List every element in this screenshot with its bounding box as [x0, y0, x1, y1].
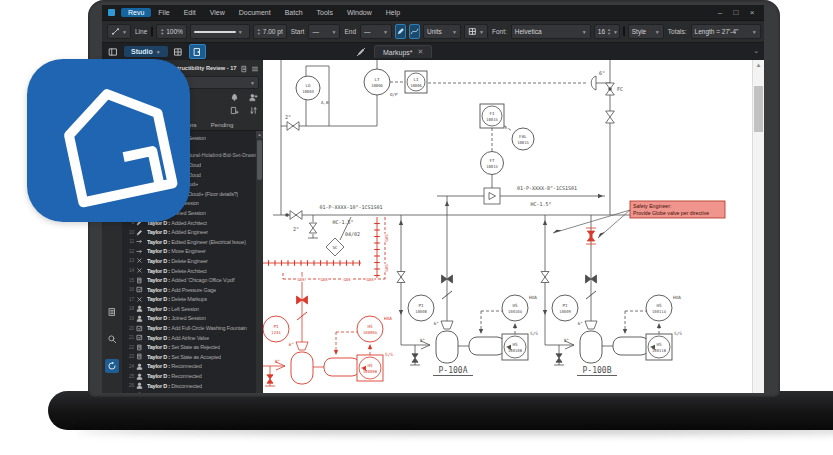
svg-text:HC-1.5": HC-1.5"	[332, 219, 353, 225]
chevron-down-icon: ▼	[238, 29, 243, 35]
canvas-scrollbar[interactable]: ▲	[752, 60, 764, 393]
add-document-icon[interactable]	[225, 106, 239, 116]
leader-select[interactable]: ▼	[464, 24, 488, 39]
svg-text:6": 6"	[289, 342, 294, 347]
notification-row[interactable]: 11Taylor D : Edited Engineer (Electrical…	[122, 237, 263, 247]
notification-row[interactable]: 25Taylor D : Reconnected	[122, 371, 263, 381]
font-size-select[interactable]: 16▲▼▼	[594, 24, 620, 39]
document-tab[interactable]: Markups* ✕	[374, 45, 432, 58]
menu-window[interactable]: Window	[340, 8, 379, 17]
svg-text:HS: HS	[367, 324, 373, 329]
scroll-up-icon[interactable]: ▲	[256, 131, 263, 138]
stepper-arrows[interactable]: ▲▼	[160, 28, 164, 36]
session-settings-icon[interactable]	[251, 59, 259, 77]
pen-tool-button[interactable]	[395, 24, 406, 39]
svg-text:10015: 10015	[486, 164, 498, 169]
notification-row[interactable]: 27Taylor D : Disconnected	[122, 390, 263, 393]
line-start-select[interactable]: —▼	[308, 24, 340, 39]
person-icon	[136, 392, 147, 393]
line-style-select[interactable]: ▼	[190, 24, 250, 39]
session-view-icon[interactable]	[189, 44, 206, 59]
notification-text: Taylor D : Set State as Accepted	[147, 354, 221, 360]
scrollbar-thumb[interactable]	[754, 86, 763, 132]
notification-row[interactable]: 14Taylor D : Delete Architect	[122, 266, 263, 276]
menu-batch[interactable]: Batch	[278, 8, 310, 17]
pid-diagram: SCLG10003LT10006FT10015FAL10015LI10006FI…	[263, 60, 753, 393]
close-button[interactable]: ×	[746, 6, 758, 19]
totals-select[interactable]: Length = 27'-4"▼	[691, 24, 761, 39]
pump-group-P-100B: HS10011AHOAHS10011BS/S8"6"PI10009P-100B	[541, 251, 682, 376]
panel-toggle-icon[interactable]	[105, 45, 120, 58]
notification-row[interactable]: 18Taylor D : Left Session	[122, 304, 263, 314]
tool-select[interactable]: ▼	[107, 24, 131, 39]
stepper-arrows[interactable]: ▲▼	[607, 28, 611, 36]
file-icon[interactable]	[105, 305, 119, 319]
notification-row[interactable]: 10Taylor D : Added Engineer	[122, 227, 263, 237]
line-width-stepper[interactable]: ▲▼7.00 pt	[253, 24, 287, 39]
notification-row[interactable]: 24Taylor D : Reconnected	[122, 362, 263, 372]
notification-row[interactable]: 16Taylor D : Add Pressure Gage	[122, 285, 263, 295]
notification-row[interactable]: 26Taylor D : Disconnected	[122, 381, 263, 391]
font-label: Font:	[491, 28, 508, 35]
stepper-arrows[interactable]: ▲▼	[257, 28, 261, 36]
notification-row[interactable]: 12Taylor D : Move Engineer	[122, 247, 263, 257]
move-icon	[136, 248, 147, 255]
notification-row[interactable]: 21Taylor D : Add Airline Valve	[122, 333, 263, 343]
chevron-down-icon[interactable]: ⌄	[753, 47, 759, 55]
pdf-canvas[interactable]: SCLG10003LT10006FT10015FAL10015LI10006FI…	[263, 60, 764, 393]
svg-text:8": 8"	[275, 359, 280, 364]
search-icon[interactable]	[105, 332, 119, 346]
sort-icon[interactable]	[244, 106, 258, 116]
alert-bell-icon[interactable]	[225, 93, 239, 103]
row-number: 13	[125, 258, 136, 263]
svg-text:2": 2"	[293, 226, 299, 232]
svg-text:HS: HS	[656, 303, 662, 308]
x-icon	[136, 257, 147, 264]
notification-row[interactable]: 23Taylor D : Set State as Accepted	[122, 352, 263, 362]
curve-tool-button[interactable]	[409, 24, 420, 39]
notification-row[interactable]: 13Taylor D : Delete Engineer	[122, 256, 263, 266]
opacity-stepper[interactable]: ▲▼100%	[156, 24, 187, 39]
scroll-up-icon[interactable]: ▲	[753, 60, 764, 70]
markup-lock-icon[interactable]	[353, 45, 368, 58]
menu-document[interactable]: Document	[232, 8, 278, 17]
tab-pending[interactable]: Pending	[204, 119, 241, 130]
close-tab-icon[interactable]: ✕	[418, 48, 424, 56]
menu-revu[interactable]: Revu	[121, 8, 151, 17]
notification-row[interactable]: 22Taylor D : Set State as Rejected	[122, 342, 263, 352]
menu-file[interactable]: File	[151, 8, 176, 17]
chevron-down-icon: ▼	[331, 29, 336, 35]
units-select[interactable]: Units▼	[423, 24, 461, 39]
menu-view[interactable]: View	[203, 8, 232, 17]
notification-row[interactable]: 20Taylor D : Add Full-Circle Washing Fou…	[122, 323, 263, 333]
add-attendee-icon[interactable]	[244, 93, 258, 103]
studio-icon[interactable]	[105, 359, 119, 373]
notification-row[interactable]: 17Taylor D : Delete Markups	[122, 295, 263, 305]
line-color-swatch[interactable]	[151, 26, 153, 37]
panel-scrollbar[interactable]: ▲	[256, 131, 263, 393]
style-select[interactable]: Style▼	[628, 24, 664, 39]
font-select[interactable]: Helvetica▼	[511, 24, 591, 39]
grid-view-icon[interactable]	[171, 45, 186, 58]
notification-text: Taylor D : Edited Engineer (Electrical I…	[147, 239, 246, 245]
menu-help[interactable]: Help	[379, 8, 407, 17]
menu-edit[interactable]: Edit	[177, 8, 203, 17]
svg-text:GAS: GAS	[297, 277, 305, 282]
pencil-icon	[136, 229, 147, 236]
notification-text: Taylor D : Set State as Rejected	[147, 344, 220, 350]
scrollbar-thumb[interactable]	[257, 140, 262, 180]
page-icon	[136, 353, 147, 360]
menu-tools[interactable]: Tools	[310, 8, 340, 17]
chevron-down-icon: ▼	[452, 29, 457, 35]
restore-button[interactable]: □	[730, 6, 742, 19]
notification-row[interactable]: 19Taylor D : Joined Session	[122, 314, 263, 324]
notification-row[interactable]: 15Taylor D : Added 'Chicago Office V.pdf…	[122, 275, 263, 285]
open-session-icon[interactable]	[240, 59, 248, 77]
document-tab-label: Markups*	[383, 49, 413, 56]
chevron-down-icon: ▼	[582, 29, 587, 35]
font-color-swatch[interactable]	[623, 26, 625, 37]
end-label: End	[343, 28, 357, 35]
minimize-button[interactable]: –	[714, 6, 726, 19]
line-end-select[interactable]: —▼	[360, 24, 392, 39]
studio-menu-button[interactable]: Studio ▼	[124, 46, 168, 57]
